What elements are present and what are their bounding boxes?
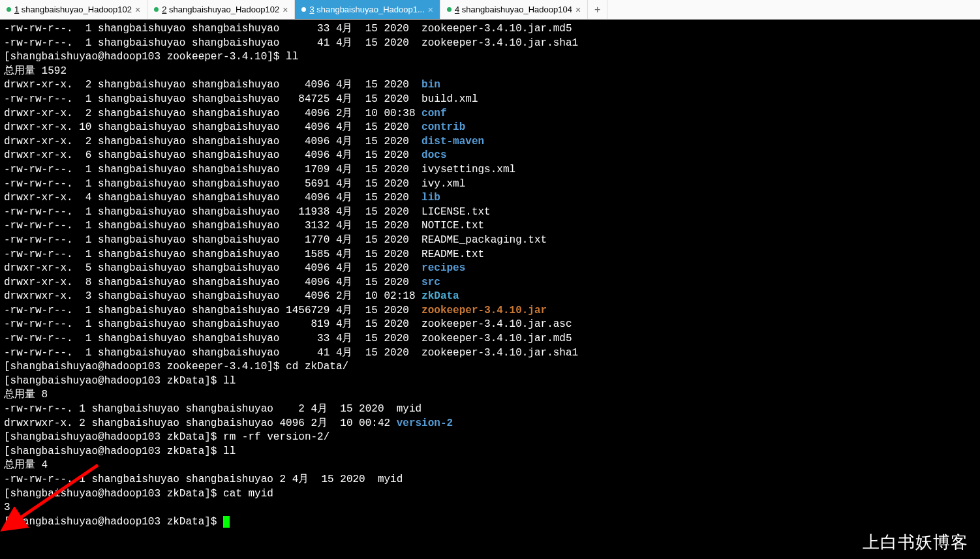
terminal[interactable]: -rw-rw-r--. 1 shangbaishuyao shangbaishu… bbox=[0, 20, 980, 559]
close-icon[interactable]: × bbox=[135, 5, 140, 15]
tab-label: 4 shangbaishuyao_Hadoop104 bbox=[455, 5, 572, 14]
status-dot bbox=[154, 7, 159, 12]
tab-label: 2 shangbaishuyao_Hadoop102 bbox=[162, 5, 279, 14]
status-dot bbox=[301, 7, 306, 12]
close-icon[interactable]: × bbox=[283, 5, 288, 15]
tab-bar: 1 shangbaishuyao_Hadoop102×2 shangbaishu… bbox=[0, 0, 980, 20]
close-icon[interactable]: × bbox=[575, 5, 581, 15]
tab-label: 1 shangbaishuyao_Hadoop102 bbox=[14, 5, 132, 14]
tab-3[interactable]: 3 shangbaishuyao_Hadoop1...× bbox=[295, 0, 440, 19]
status-dot bbox=[447, 7, 452, 12]
tab-2[interactable]: 2 shangbaishuyao_Hadoop102× bbox=[147, 0, 295, 19]
tab-1[interactable]: 1 shangbaishuyao_Hadoop102× bbox=[0, 0, 147, 19]
tab-4[interactable]: 4 shangbaishuyao_Hadoop104× bbox=[440, 0, 588, 19]
cursor bbox=[223, 516, 230, 528]
status-dot bbox=[7, 7, 11, 12]
tab-add-button[interactable]: + bbox=[588, 0, 607, 19]
tab-label: 3 shangbaishuyao_Hadoop1... bbox=[309, 5, 424, 14]
terminal-content: -rw-rw-r--. 1 shangbaishuyao shangbaishu… bbox=[4, 22, 976, 529]
close-icon[interactable]: × bbox=[428, 5, 433, 15]
watermark: 上白书妖博客 bbox=[863, 531, 968, 554]
